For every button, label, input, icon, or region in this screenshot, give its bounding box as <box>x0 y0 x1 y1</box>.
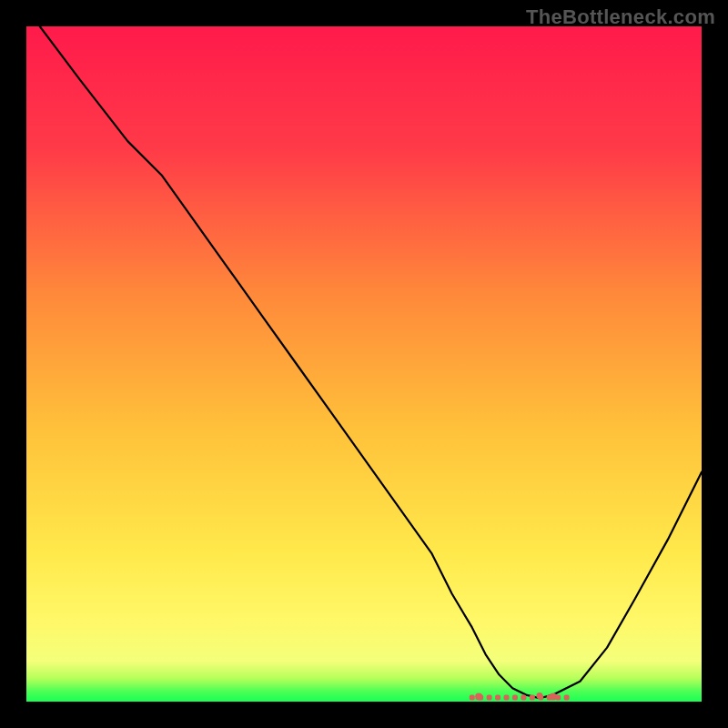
svg-rect-7 <box>521 695 526 701</box>
svg-rect-4 <box>495 695 500 701</box>
svg-point-13 <box>475 693 482 701</box>
chart-container: TheBottleneck.com <box>0 0 728 728</box>
bottleneck-chart <box>26 26 702 702</box>
svg-rect-12 <box>564 695 570 701</box>
svg-rect-6 <box>512 695 518 701</box>
svg-rect-8 <box>530 695 535 701</box>
svg-rect-1 <box>470 695 475 701</box>
watermark-text: TheBottleneck.com <box>526 5 715 29</box>
svg-point-14 <box>550 693 557 701</box>
svg-rect-5 <box>503 695 509 701</box>
svg-rect-3 <box>487 695 492 701</box>
svg-point-15 <box>536 693 542 699</box>
svg-rect-0 <box>26 26 702 702</box>
plot-area <box>26 26 702 702</box>
